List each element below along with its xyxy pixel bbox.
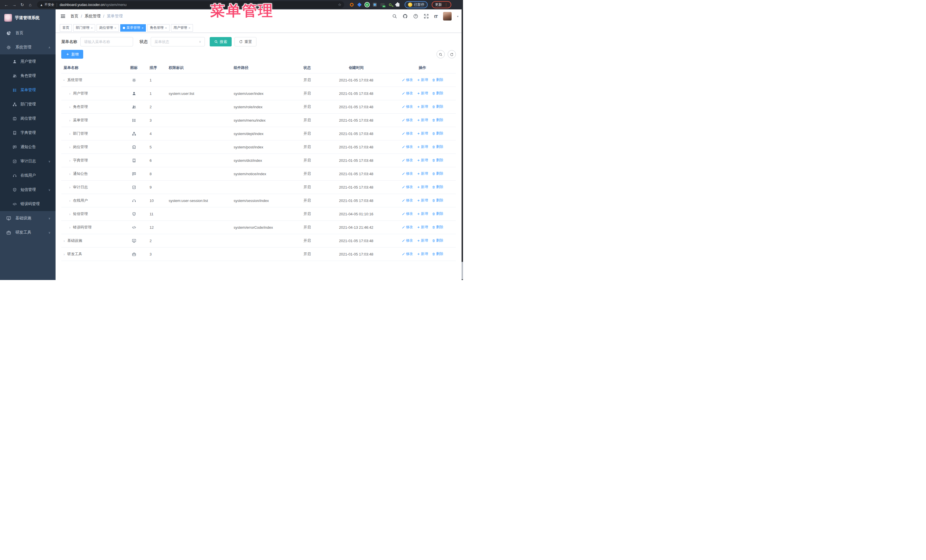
op-add-link[interactable]: 新增 bbox=[417, 118, 428, 122]
extension-icon[interactable] bbox=[388, 3, 392, 7]
app-logo-row[interactable]: 芋道管理系统 bbox=[0, 9, 56, 26]
extension-icon[interactable] bbox=[372, 3, 377, 7]
op-edit-link[interactable]: 修改 bbox=[402, 198, 413, 203]
search-button[interactable]: 搜索 bbox=[210, 37, 232, 47]
font-size-icon[interactable]: tT bbox=[434, 14, 438, 19]
extension-icon[interactable]: on bbox=[380, 3, 385, 7]
status-select[interactable]: 菜单状态 ∨ bbox=[151, 37, 205, 47]
op-add-link[interactable]: 新增 bbox=[417, 145, 428, 149]
op-delete-link[interactable]: 删除 bbox=[432, 198, 443, 203]
help-icon[interactable] bbox=[413, 14, 418, 19]
fullscreen-icon[interactable] bbox=[424, 14, 429, 19]
op-edit-link[interactable]: 修改 bbox=[402, 145, 413, 149]
chevron-right-icon[interactable]: › bbox=[64, 239, 65, 243]
chevron-right-icon[interactable]: › bbox=[69, 105, 70, 109]
avatar-caret-icon[interactable]: ▾ bbox=[457, 15, 458, 18]
browser-back-icon[interactable]: ← bbox=[3, 2, 10, 8]
op-add-link[interactable]: 新增 bbox=[417, 158, 428, 163]
op-delete-link[interactable]: 删除 bbox=[432, 211, 443, 216]
browser-menu-icon[interactable]: ⋮ bbox=[444, 3, 448, 7]
sidebar-item-角色管理[interactable]: 角色管理 bbox=[0, 69, 56, 83]
hamburger-icon[interactable] bbox=[60, 14, 66, 19]
toggle-search-button[interactable] bbox=[436, 50, 445, 58]
address-bar[interactable]: ▲ 不安全 dashboard.yudao.iocoder.cn/system/… bbox=[37, 1, 344, 8]
reset-button[interactable]: 重置 bbox=[235, 37, 256, 47]
chevron-right-icon[interactable]: › bbox=[69, 118, 70, 122]
sidebar-item-用户管理[interactable]: 用户管理 bbox=[0, 54, 56, 69]
op-add-link[interactable]: 新增 bbox=[417, 171, 428, 176]
op-edit-link[interactable]: 修改 bbox=[402, 211, 413, 216]
op-edit-link[interactable]: 修改 bbox=[402, 225, 413, 229]
browser-home-icon[interactable]: ⌂ bbox=[27, 2, 33, 8]
sidebar-item-系统管理[interactable]: 系统管理∧ bbox=[0, 40, 56, 54]
close-icon[interactable]: × bbox=[114, 26, 116, 30]
sidebar-item-错误码管理[interactable]: 错误码管理 bbox=[0, 197, 56, 211]
chevron-right-icon[interactable]: › bbox=[69, 145, 70, 149]
sidebar-item-通知公告[interactable]: 通知公告 bbox=[0, 140, 56, 154]
paused-badge[interactable]: 已暂停 bbox=[405, 1, 428, 8]
bookmark-star-icon[interactable]: ☆ bbox=[338, 3, 341, 7]
op-add-link[interactable]: 新增 bbox=[417, 131, 428, 136]
op-edit-link[interactable]: 修改 bbox=[402, 158, 413, 163]
op-add-link[interactable]: 新增 bbox=[417, 104, 428, 109]
op-edit-link[interactable]: 修改 bbox=[402, 171, 413, 176]
op-edit-link[interactable]: 修改 bbox=[402, 238, 413, 243]
op-edit-link[interactable]: 修改 bbox=[402, 91, 413, 96]
chevron-right-icon[interactable]: › bbox=[69, 212, 70, 216]
sidebar-item-字典管理[interactable]: 字典管理 bbox=[0, 125, 56, 140]
tab-角色管理[interactable]: 角色管理× bbox=[147, 24, 169, 32]
extension-icon[interactable] bbox=[349, 3, 354, 7]
sidebar-item-审计日志[interactable]: 审计日志∨ bbox=[0, 154, 56, 168]
sidebar-item-基础设施[interactable]: 基础设施∨ bbox=[0, 211, 56, 225]
op-add-link[interactable]: 新增 bbox=[417, 252, 428, 257]
op-delete-link[interactable]: 删除 bbox=[432, 225, 443, 229]
op-add-link[interactable]: 新增 bbox=[417, 225, 428, 229]
scrollbar-thumb[interactable] bbox=[461, 262, 463, 279]
browser-forward-icon[interactable]: → bbox=[11, 2, 18, 8]
refresh-table-button[interactable] bbox=[448, 50, 456, 58]
menu-name-input[interactable] bbox=[80, 37, 133, 47]
search-icon[interactable] bbox=[392, 14, 397, 19]
user-avatar[interactable] bbox=[443, 12, 452, 21]
op-edit-link[interactable]: 修改 bbox=[402, 104, 413, 109]
sidebar-item-研发工具[interactable]: 研发工具∨ bbox=[0, 225, 56, 240]
op-delete-link[interactable]: 删除 bbox=[432, 77, 443, 82]
tab-首页[interactable]: 首页 bbox=[60, 24, 72, 32]
op-edit-link[interactable]: 修改 bbox=[402, 131, 413, 136]
extension-icon[interactable]: V bbox=[365, 3, 369, 7]
chevron-right-icon[interactable]: › bbox=[69, 158, 70, 163]
op-delete-link[interactable]: 删除 bbox=[432, 91, 443, 96]
close-icon[interactable]: × bbox=[91, 26, 92, 30]
chevron-right-icon[interactable]: › bbox=[69, 131, 70, 136]
op-edit-link[interactable]: 修改 bbox=[402, 184, 413, 189]
chevron-right-icon[interactable]: › bbox=[64, 252, 65, 257]
close-icon[interactable]: × bbox=[165, 26, 167, 30]
puzzle-extensions-icon[interactable] bbox=[395, 3, 400, 7]
chevron-right-icon[interactable]: › bbox=[69, 172, 70, 176]
op-delete-link[interactable]: 删除 bbox=[432, 104, 443, 109]
chevron-down-icon[interactable]: › bbox=[62, 80, 67, 81]
update-button[interactable]: 更新 ⋮ bbox=[432, 1, 451, 8]
tab-用户管理[interactable]: 用户管理× bbox=[171, 24, 193, 32]
op-add-link[interactable]: 新增 bbox=[417, 198, 428, 203]
tab-菜单管理[interactable]: 菜单管理× bbox=[120, 24, 146, 32]
op-edit-link[interactable]: 修改 bbox=[402, 252, 413, 257]
op-delete-link[interactable]: 删除 bbox=[432, 118, 443, 122]
close-icon[interactable]: × bbox=[189, 26, 190, 30]
sidebar-item-首页[interactable]: 首页 bbox=[0, 26, 56, 40]
chevron-right-icon[interactable]: › bbox=[69, 225, 70, 229]
op-delete-link[interactable]: 删除 bbox=[432, 158, 443, 163]
sidebar-item-菜单管理[interactable]: 菜单管理 bbox=[0, 83, 56, 97]
sidebar-item-岗位管理[interactable]: 岗位管理 bbox=[0, 112, 56, 125]
extension-icon[interactable] bbox=[357, 3, 362, 7]
github-icon[interactable] bbox=[402, 14, 408, 19]
op-add-link[interactable]: 新增 bbox=[417, 238, 428, 243]
window-scrollbar[interactable] bbox=[461, 9, 463, 280]
op-add-link[interactable]: 新增 bbox=[417, 211, 428, 216]
op-add-link[interactable]: 新增 bbox=[417, 77, 428, 82]
sidebar-item-在线用户[interactable]: 在线用户 bbox=[0, 168, 56, 183]
browser-reload-icon[interactable]: ↻ bbox=[19, 2, 26, 8]
op-delete-link[interactable]: 删除 bbox=[432, 145, 443, 149]
op-delete-link[interactable]: 删除 bbox=[432, 252, 443, 257]
tab-部门管理[interactable]: 部门管理× bbox=[73, 24, 95, 32]
